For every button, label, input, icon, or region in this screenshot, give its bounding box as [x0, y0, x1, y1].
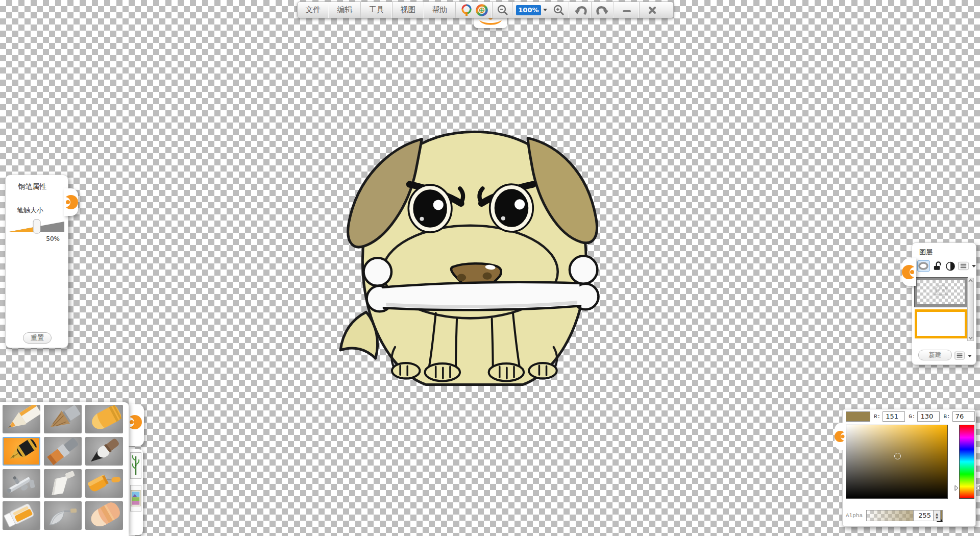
grip-c-icon — [64, 188, 78, 216]
layers-scrollbar[interactable] — [967, 278, 974, 341]
chevron-down-icon[interactable] — [968, 355, 972, 357]
undo-button[interactable] — [569, 2, 592, 18]
blue-label: B: — [943, 413, 950, 420]
tool-leaf-knife[interactable] — [44, 501, 82, 530]
rainbow-ring-icon[interactable] — [475, 4, 488, 17]
menu-view[interactable]: 视图 — [393, 2, 424, 18]
charcoal-stick-icon — [44, 405, 82, 433]
tool-palette-knife[interactable] — [44, 469, 82, 498]
menu-view-label: 视图 — [401, 5, 416, 15]
tool-palette — [0, 402, 129, 536]
hue-marker-right[interactable] — [976, 485, 980, 491]
redo-icon — [596, 4, 609, 16]
color-picker-panel: R: 151 G: 130 B: 76 Alpha 255 ▲ — [842, 409, 976, 527]
minimize-icon — [622, 6, 631, 15]
bamboo-icon — [131, 454, 141, 477]
brush-size-slider-thumb[interactable] — [33, 220, 40, 233]
menu-tools[interactable]: 工具 — [361, 2, 393, 18]
layer-list-icon[interactable] — [958, 261, 969, 271]
color-panel-grip[interactable] — [835, 423, 846, 450]
green-label: G: — [909, 413, 915, 420]
tool-charcoal-stick[interactable] — [44, 405, 82, 433]
redo-button[interactable] — [592, 2, 614, 18]
sv-picker-marker[interactable] — [894, 453, 901, 459]
tool-crayon[interactable] — [85, 405, 123, 433]
eraser-icon — [85, 501, 123, 530]
toolbar-app-icons — [456, 2, 493, 18]
texture-stamp-button[interactable] — [130, 485, 141, 511]
zoom-out-button[interactable] — [493, 2, 513, 18]
picture-icon — [131, 488, 141, 508]
zoom-level-dropdown[interactable] — [542, 9, 549, 11]
fountain-pen-icon — [4, 437, 39, 466]
tool-pencil[interactable] — [3, 405, 40, 433]
layer-visibility-button[interactable] — [917, 260, 930, 272]
unlock-icon[interactable] — [933, 261, 943, 271]
brush-size-value: 50% — [6, 235, 60, 242]
tool-ink-brush[interactable] — [85, 437, 123, 466]
layer-item-sketch[interactable] — [915, 278, 967, 307]
pen-panel-title: 钢笔属性 — [18, 182, 68, 191]
green-field[interactable]: 130 — [917, 411, 940, 422]
crayon-icon — [85, 405, 123, 433]
zoom-out-icon — [497, 4, 509, 16]
alpha-spinner: 255 ▲ ▼ — [913, 510, 941, 521]
chevron-down-icon[interactable] — [972, 265, 976, 267]
alpha-spin-arrows[interactable]: ▲ ▼ — [934, 510, 941, 521]
grip-c-icon — [835, 423, 846, 450]
menu-tools-label: 工具 — [369, 5, 384, 15]
hue-slider[interactable] — [959, 425, 974, 499]
canvas-artwork-dog[interactable] — [334, 117, 633, 416]
alpha-value-field[interactable]: 255 — [913, 510, 934, 521]
tool-airbrush[interactable] — [3, 469, 40, 498]
tool-eraser[interactable] — [85, 501, 123, 530]
menu-edit[interactable]: 编辑 — [329, 2, 361, 18]
tool-flat-brush[interactable] — [44, 437, 82, 466]
tool-paint-tube[interactable] — [3, 501, 40, 530]
brush-size-slider[interactable] — [8, 218, 65, 234]
tool-paint-roller[interactable] — [85, 469, 123, 498]
zoom-level-display[interactable]: 100% — [516, 5, 541, 15]
reset-button[interactable]: 重置 — [23, 332, 52, 344]
undo-icon — [574, 4, 587, 16]
leaf-knife-icon — [44, 501, 82, 530]
alpha-label: Alpha — [846, 513, 866, 519]
layers-panel: 图层 — [912, 242, 976, 365]
layer-menu-icon[interactable] — [954, 351, 965, 360]
chevron-down-icon — [543, 9, 547, 11]
minimize-button[interactable] — [614, 2, 640, 18]
hue-marker-left[interactable] — [954, 485, 959, 491]
close-icon — [648, 6, 657, 15]
tool-fountain-pen[interactable] — [3, 437, 40, 466]
ink-brush-icon — [85, 437, 123, 466]
grip-c-icon — [902, 258, 916, 286]
scroll-down-icon[interactable] — [968, 336, 973, 339]
menu-file-label: 文件 — [306, 5, 321, 15]
scroll-up-icon[interactable] — [968, 279, 973, 282]
layer-item-active[interactable] — [915, 309, 967, 338]
spin-up-icon[interactable]: ▲ — [936, 512, 938, 516]
rainbow-tree-icon[interactable] — [460, 4, 473, 17]
flat-brush-icon — [44, 437, 82, 466]
menu-help[interactable]: 帮助 — [424, 2, 456, 18]
blue-field[interactable]: 76 — [952, 411, 975, 422]
spin-down-icon[interactable]: ▼ — [936, 516, 938, 519]
zoom-in-button[interactable] — [549, 2, 569, 18]
layers-panel-grip[interactable] — [902, 258, 916, 286]
tool-palette-grip[interactable] — [129, 404, 144, 446]
alpha-row: Alpha 255 ▲ ▼ — [846, 510, 943, 521]
new-layer-button[interactable]: 新建 — [918, 350, 952, 360]
contrast-icon[interactable] — [946, 261, 955, 271]
pen-panel-grip[interactable] — [64, 188, 78, 216]
paint-tube-icon — [3, 501, 40, 530]
saturation-value-picker[interactable] — [846, 425, 948, 499]
menu-file[interactable]: 文件 — [298, 2, 329, 18]
zoom-in-icon — [553, 4, 565, 16]
bamboo-brush-button[interactable] — [130, 452, 141, 479]
airbrush-icon — [3, 469, 40, 498]
red-field[interactable]: 151 — [883, 411, 905, 422]
main-toolbar: 文件 编辑 工具 视图 帮助 — [297, 2, 674, 18]
close-button[interactable] — [640, 2, 665, 18]
palette-knife-icon — [44, 469, 82, 498]
brush-size-wedge — [8, 218, 65, 234]
